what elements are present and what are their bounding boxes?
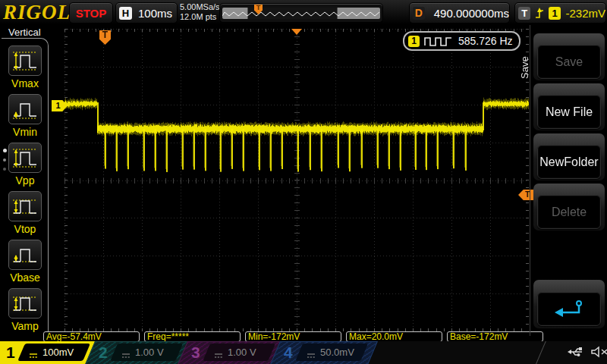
- timebase-value: 100ms: [138, 7, 172, 20]
- measurement-results-row: Avg=-57.4mVFreq=*****Min=-172mVMax=20.0m…: [43, 331, 548, 342]
- newfolder-button[interactable]: NewFolder: [537, 145, 601, 179]
- vbase-icon: [8, 240, 42, 270]
- measurement-readout: Min=-172mV: [245, 331, 341, 342]
- dc-coupling-icon: [29, 352, 38, 359]
- measurement-readout: Freq=*****: [144, 331, 241, 342]
- measure-item-vmax[interactable]: Vmax: [8, 46, 42, 89]
- brand-logo: RIGOL: [3, 1, 71, 24]
- vmin-icon: [8, 94, 42, 124]
- waveform-position-preview[interactable]: T: [219, 3, 383, 23]
- run-state-indicator[interactable]: STOP: [69, 2, 113, 24]
- h-badge: H: [119, 7, 132, 20]
- delay-value: 490.000000ms: [434, 7, 509, 20]
- back-button[interactable]: [537, 292, 601, 326]
- channel-number: 1: [6, 343, 15, 362]
- horizontal-timebase-box[interactable]: H 100ms: [115, 2, 178, 24]
- top-status-bar: RIGOL STOP H 100ms 5.00MSa/s 12.0M pts T…: [0, 0, 607, 25]
- sample-rate: 5.00MSa/s: [180, 2, 220, 12]
- t-badge: T: [518, 7, 530, 20]
- measurement-readout: Avg=-57.4mV: [43, 331, 140, 342]
- channel-scale-value: 1.00 V: [135, 347, 164, 359]
- measure-item-label: Vtop: [8, 223, 42, 235]
- status-divider: [535, 341, 547, 364]
- measure-item-vmin[interactable]: Vmin: [8, 94, 42, 138]
- softkey-slot: [533, 280, 605, 328]
- vpp-icon: [8, 143, 42, 173]
- waveform-display-area: T 1 T 1 585.726 Hz: [50, 25, 531, 341]
- d-badge: D: [413, 7, 425, 20]
- measure-item-vamp[interactable]: Vamp: [8, 288, 42, 332]
- vamp-icon: [8, 288, 42, 318]
- dc-coupling-icon: [121, 352, 131, 359]
- usb-icon[interactable]: [566, 344, 585, 359]
- measurement-readout: Max=20.0mV: [346, 331, 442, 342]
- speaker-muted-icon[interactable]: [590, 344, 607, 359]
- delay-readout-box[interactable]: D 490.000000ms: [409, 2, 510, 24]
- graticule-canvas: [64, 29, 529, 331]
- new-file-button[interactable]: New File: [537, 95, 601, 129]
- menu-title: Save: [519, 45, 531, 90]
- measure-item-vtop[interactable]: Vtop: [8, 191, 42, 235]
- channel-number: 3: [191, 343, 200, 362]
- channel-number: 4: [284, 343, 293, 362]
- measure-item-vpp[interactable]: Vpp: [8, 143, 42, 187]
- scroll-dot: [3, 149, 7, 152]
- frequency-value: 585.726 Hz: [458, 35, 513, 47]
- softkey-slot: Delete: [533, 184, 605, 231]
- scroll-dot: [3, 158, 6, 162]
- acquisition-info: 5.00MSa/s 12.0M pts: [180, 2, 220, 22]
- softkey-menu: Save SaveNew FileNewFolderDelete: [531, 25, 607, 341]
- measure-item-label: Vpp: [8, 174, 42, 187]
- delete-button: Delete: [537, 195, 601, 229]
- counter-source-badge: 1: [408, 36, 420, 47]
- record-bar[interactable]: T: [222, 8, 380, 19]
- dc-coupling-icon: [307, 352, 316, 359]
- measure-sidebar: Vertical Vmax Vmin Vpp: [0, 25, 50, 340]
- measure-item-label: Vmin: [8, 126, 42, 138]
- vtop-icon: [8, 191, 42, 221]
- measurement-readout: Base=-172mV: [447, 331, 543, 342]
- channel-scale-value: 50.0mV: [320, 347, 354, 359]
- channel-status-bar: 1 100mV 2 1.00 V 3 1.00 V 4 50.0mV: [0, 341, 607, 364]
- memory-depth: 12.0M pts: [180, 12, 220, 22]
- trigger-level-value: -232mV: [565, 7, 605, 20]
- return-arrow-icon: [553, 300, 585, 319]
- rising-edge-icon: [534, 6, 545, 20]
- trigger-readout-box[interactable]: T 1 -232mV: [514, 2, 606, 24]
- channel-number: 2: [99, 343, 108, 362]
- measure-item-label: Vamp: [8, 320, 42, 332]
- softkey-slot: NewFolder: [533, 133, 605, 180]
- preview-wave-icon: [222, 8, 380, 19]
- vmax-icon: [8, 46, 42, 76]
- sidebar-title: Vertical: [6, 27, 43, 38]
- softkey-slot: Save: [533, 33, 605, 80]
- measure-item-label: Vbase: [8, 271, 42, 284]
- square-wave-icon: [424, 36, 453, 46]
- trigger-source-badge: 1: [549, 7, 561, 20]
- save-button: Save: [537, 45, 601, 79]
- measure-item-label: Vmax: [8, 77, 42, 89]
- dc-coupling-icon: [214, 352, 223, 359]
- measure-item-vbase[interactable]: Vbase: [8, 240, 42, 284]
- scroll-dot: [3, 168, 6, 171]
- softkey-slot: New File: [533, 83, 605, 130]
- oscilloscope-screen: RIGOL STOP H 100ms 5.00MSa/s 12.0M pts T…: [0, 0, 607, 364]
- channel-scale-value: 1.00 V: [228, 347, 256, 359]
- channel-scale-value: 100mV: [42, 347, 74, 359]
- screen-center-marker: [291, 29, 302, 35]
- frequency-counter: 1 585.726 Hz: [403, 31, 521, 51]
